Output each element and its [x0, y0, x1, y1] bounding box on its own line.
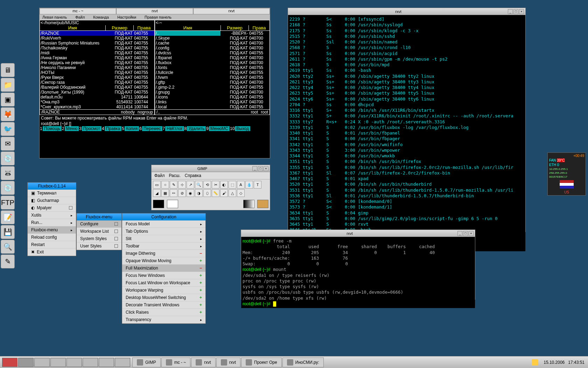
workspace-pager[interactable]: [0, 357, 132, 368]
taskbar-item[interactable]: ИноСМИ.ру:: [282, 357, 324, 367]
file-row[interactable]: /.dvdcssПОД-КАТ040755: [155, 50, 270, 55]
tool-button[interactable]: ✂: [212, 181, 219, 189]
tool-button[interactable]: 🖌: [220, 189, 228, 197]
mc-left-panel[interactable]: <-/home/pub/MUSIC ИмяРазмерПрава /RAZNOE…: [40, 20, 155, 115]
menu-item[interactable]: ◧Gucharmap: [28, 197, 76, 204]
file-row[interactable]: /RAZNOEПОД-КАТ040755: [40, 31, 154, 36]
menu-item[interactable]: Focus New Windows+: [122, 272, 205, 279]
menu-item[interactable]: Правая панель: [145, 15, 172, 19]
file-row[interactable]: /.fullcircleПОД-КАТ040755: [155, 70, 270, 75]
file-row[interactable]: /.SkypeПОД-КАТ040700: [155, 36, 270, 41]
file-row[interactable]: /.gnupgПОД-КАТ040700: [155, 90, 270, 95]
file-row[interactable]: /.fvwmПОД-КАТ040755: [155, 75, 270, 80]
minimize-icon[interactable]: _: [508, 9, 513, 14]
fkey[interactable]: 6Перемес: [139, 126, 162, 131]
mc-fkeys[interactable]: 1Помощь2Меню3Просмот4Правка5Копия6Переме…: [40, 126, 270, 131]
tool-button[interactable]: ◉: [187, 189, 194, 197]
menu-item[interactable]: Full Maximization−: [122, 265, 205, 272]
dock-launcher[interactable]: FTP: [1, 196, 15, 210]
menu-item[interactable]: ◐Mpalyer: [28, 204, 76, 212]
fluxbox-submenu[interactable]: Fluxbox-menu ConfigureWorkspace ListSyst…: [76, 213, 122, 250]
fluxbox-main-menu[interactable]: Fluxbox-0.1.14 ▣Терминал◧Gucharmap◐Mpaly…: [27, 182, 76, 256]
file-row[interactable]: /..-ВВЕРХ-040755: [155, 31, 270, 36]
workspace-1[interactable]: [2, 358, 18, 367]
menu-item[interactable]: Настройки: [117, 15, 136, 19]
workspace-4[interactable]: [50, 358, 66, 367]
file-row[interactable]: /Russian Symphonic MiniaturesПОД-КАТ0407…: [40, 41, 154, 46]
menu-item[interactable]: User Styles: [77, 243, 121, 250]
tool-button[interactable]: ◑: [195, 189, 203, 197]
menu-item[interactable]: Xutils▸: [28, 212, 76, 219]
fkey[interactable]: 2Меню: [62, 126, 79, 131]
file-row[interactable]: /.linksПОД-КАТ040700: [155, 100, 270, 104]
file-row[interactable]: /Золотые_Хиты (1999)ПОД-КАТ040755: [40, 90, 154, 95]
minimize-icon[interactable]: _: [457, 231, 462, 236]
close-icon[interactable]: ×: [264, 166, 268, 171]
minimize-icon[interactable]: _: [252, 166, 257, 171]
dock-launcher[interactable]: 🖥: [1, 63, 15, 77]
fg-color-swatch[interactable]: [153, 200, 164, 208]
bg-color-swatch[interactable]: [167, 200, 178, 208]
tool-button[interactable]: ◢: [153, 189, 161, 197]
file-row[interactable]: /.gimp-2.2ПОД-КАТ040755: [155, 85, 270, 90]
menu-item[interactable]: Run...▸: [28, 219, 76, 226]
menu-item[interactable]: Image Dithering−: [122, 250, 205, 257]
tool-button[interactable]: ⊹: [178, 181, 186, 189]
menu-item[interactable]: Fluxbox-menu▸: [28, 226, 76, 234]
taskbar-item[interactable]: GIMP: [132, 357, 161, 367]
taskbar-item[interactable]: Проект Оре: [241, 357, 282, 367]
menu-item[interactable]: Configure: [77, 220, 121, 228]
menu-item[interactable]: ▣Терминал: [28, 190, 76, 197]
file-row[interactable]: /.fontsПОД-КАТ040755: [155, 65, 270, 70]
menu-item[interactable]: Tab Options▸: [122, 228, 205, 235]
tool-button[interactable]: ▭: [153, 181, 161, 189]
file-row[interactable]: /.gftpПОД-КАТ040700: [155, 80, 270, 85]
menu-item[interactable]: Focus Model▸: [122, 220, 205, 228]
tool-button[interactable]: ⬯: [203, 189, 211, 197]
tool-button[interactable]: ○: [161, 181, 169, 189]
mc-menubar[interactable]: Левая панельФайлКомандаНастройкиПравая п…: [40, 14, 270, 20]
fkey[interactable]: 10Выход: [230, 126, 250, 131]
gimp-toolbox[interactable]: ▭○✎⊹↗🔍⟲✂◐⬚A💧T◢▦✏⊘◉◑⬯📏🖌△◇: [152, 179, 270, 198]
menu-item[interactable]: Workspace List: [77, 228, 121, 235]
terminal-output[interactable]: root@dell {~}# free -m total used free s…: [241, 237, 475, 308]
dock-launcher[interactable]: 🦊: [1, 107, 15, 121]
file-row[interactable]: *Она.mp35154932100744: [40, 100, 154, 104]
terminal-output[interactable]: 2219 ? S< 0:00 [xfssyncd] 2168 ? Ss 0:00…: [288, 15, 525, 251]
menu-item[interactable]: Click Raises+: [122, 309, 205, 316]
dock-launcher[interactable]: 🦝: [1, 166, 15, 180]
file-row[interactable]: /.iconsПОД-КАТ040755: [155, 95, 270, 100]
file-row[interactable]: /.localПОД-КАТ040755: [155, 104, 270, 109]
menu-item[interactable]: Левая панель: [42, 15, 67, 19]
tool-button[interactable]: 🔍: [195, 181, 203, 189]
close-icon[interactable]: ×: [519, 9, 524, 14]
file-row[interactable]: /Валерий ОбодзинскийПОД-КАТ040755: [40, 85, 154, 90]
workspace-3[interactable]: [34, 358, 50, 367]
pattern-swatch[interactable]: [257, 200, 268, 208]
gimp-menubar[interactable]: ФайлРасш.Справка: [152, 172, 270, 179]
file-row[interactable]: /RukiVverhПОД-КАТ040755: [40, 36, 154, 41]
dock-launcher[interactable]: 💿: [1, 181, 15, 195]
maximize-icon[interactable]: □: [258, 166, 263, 171]
tool-button[interactable]: ⟲: [203, 181, 211, 189]
fkey[interactable]: 7НвКтлог: [162, 126, 184, 131]
dock-launcher[interactable]: 🔍: [1, 240, 15, 254]
tool-button[interactable]: ◐: [220, 181, 228, 189]
taskbar-item[interactable]: mc - ~: [161, 357, 191, 367]
file-row[interactable]: /.cacheПОД-КАТ040700: [155, 41, 270, 46]
dock-launcher[interactable]: 📁: [1, 78, 15, 92]
tool-button[interactable]: ✏: [170, 189, 177, 197]
close-icon[interactable]: ×: [469, 231, 474, 236]
tool-button[interactable]: ◇: [237, 189, 245, 197]
fkey[interactable]: 5Копия: [121, 126, 139, 131]
fkey[interactable]: 8Удалить: [184, 126, 206, 131]
file-row[interactable]: /.configПОД-КАТ040700: [155, 46, 270, 50]
workspace-8[interactable]: [115, 358, 130, 367]
dock-launcher[interactable]: 💿: [1, 151, 15, 165]
dock-launcher[interactable]: 🐦: [1, 122, 15, 136]
mc-prompt[interactable]: root@dell {~}# []: [40, 121, 270, 126]
menu-item[interactable]: Файл: [75, 15, 85, 19]
menu-item[interactable]: Справка: [185, 173, 201, 178]
menu-item[interactable]: Расш.: [169, 173, 181, 178]
file-row[interactable]: /Не сердись не ревнуйПОД-КАТ040755: [40, 60, 154, 65]
